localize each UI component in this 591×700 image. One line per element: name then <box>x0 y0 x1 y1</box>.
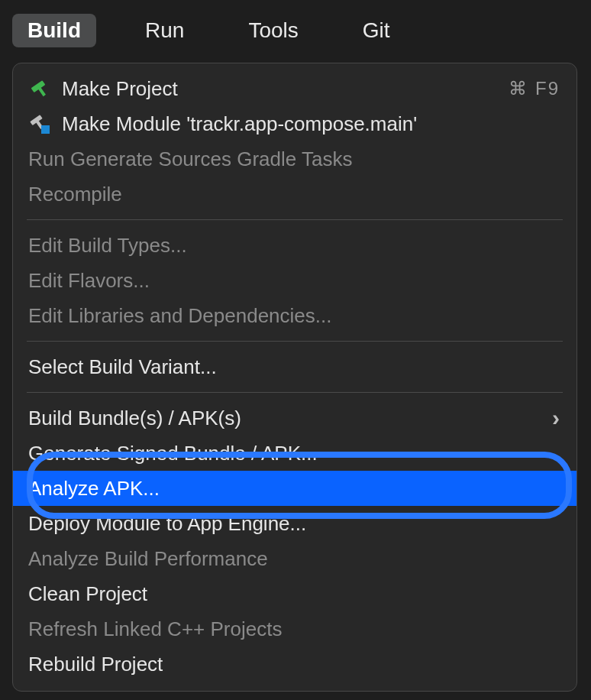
menu-item-rebuild-project[interactable]: Rebuild Project <box>13 647 576 682</box>
menu-item-run-generate-sources: Run Generate Sources Gradle Tasks <box>13 141 576 177</box>
menu-item-refresh-linked-cpp: Refresh Linked C++ Projects <box>13 611 576 647</box>
hammer-green-icon <box>28 77 62 100</box>
menubar-item-run[interactable]: Run <box>130 14 199 47</box>
menu-item-label: Edit Build Types... <box>28 234 560 258</box>
menu-item-label: Make Project <box>62 77 509 101</box>
menu-item-label: Rebuild Project <box>28 653 560 676</box>
menu-item-clean-project[interactable]: Clean Project <box>13 576 576 611</box>
menu-item-select-build-variant[interactable]: Select Build Variant... <box>13 349 576 384</box>
menu-item-label: Recompile <box>28 183 560 206</box>
chevron-right-icon: › <box>552 405 560 431</box>
menu-item-label: Select Build Variant... <box>28 355 560 379</box>
menu-item-label: Build Bundle(s) / APK(s) <box>28 407 552 430</box>
menu-item-label: Clean Project <box>28 582 560 606</box>
menu-item-edit-libs-deps: Edit Libraries and Dependencies... <box>13 298 576 333</box>
hammer-blue-icon <box>28 112 62 135</box>
menu-item-shortcut: ⌘ F9 <box>509 78 560 99</box>
menu-item-edit-build-types: Edit Build Types... <box>13 228 576 263</box>
menu-item-label: Generate Signed Bundle / APK... <box>28 442 560 465</box>
menubar-item-build[interactable]: Build <box>12 14 96 47</box>
menu-separator <box>27 341 563 342</box>
menu-item-make-module[interactable]: Make Module 'trackr.app-compose.main' <box>13 106 576 141</box>
build-menu-dropdown: Make Project ⌘ F9 Make Module 'trackr.ap… <box>12 63 577 692</box>
menu-item-label: Edit Flavors... <box>28 269 560 293</box>
menubar: Build Run Tools Git <box>0 0 591 55</box>
menu-item-make-project[interactable]: Make Project ⌘ F9 <box>13 71 576 106</box>
menubar-item-tools[interactable]: Tools <box>233 14 313 47</box>
menu-item-build-bundles-apks[interactable]: Build Bundle(s) / APK(s) › <box>13 400 576 436</box>
svg-rect-4 <box>41 125 50 134</box>
menubar-item-git[interactable]: Git <box>347 14 405 47</box>
menu-separator <box>27 219 563 220</box>
menu-item-label: Run Generate Sources Gradle Tasks <box>28 147 560 171</box>
svg-rect-1 <box>38 87 46 96</box>
menu-item-label: Analyze Build Performance <box>28 547 560 571</box>
menu-item-recompile: Recompile <box>13 177 576 212</box>
menu-item-label: Make Module 'trackr.app-compose.main' <box>62 112 560 136</box>
menu-item-analyze-build-perf: Analyze Build Performance <box>13 541 576 576</box>
menu-separator <box>27 392 563 393</box>
menu-item-edit-flavors: Edit Flavors... <box>13 263 576 298</box>
menu-item-deploy-module-app-engine[interactable]: Deploy Module to App Engine... <box>13 506 576 541</box>
menu-item-analyze-apk[interactable]: Analyze APK... <box>13 471 576 506</box>
menu-item-label: Refresh Linked C++ Projects <box>28 617 560 641</box>
svg-rect-0 <box>31 80 46 92</box>
menu-item-generate-signed-bundle[interactable]: Generate Signed Bundle / APK... <box>13 436 576 471</box>
menu-item-label: Edit Libraries and Dependencies... <box>28 304 560 328</box>
menu-item-label: Analyze APK... <box>28 477 560 501</box>
menu-item-label: Deploy Module to App Engine... <box>28 512 560 536</box>
